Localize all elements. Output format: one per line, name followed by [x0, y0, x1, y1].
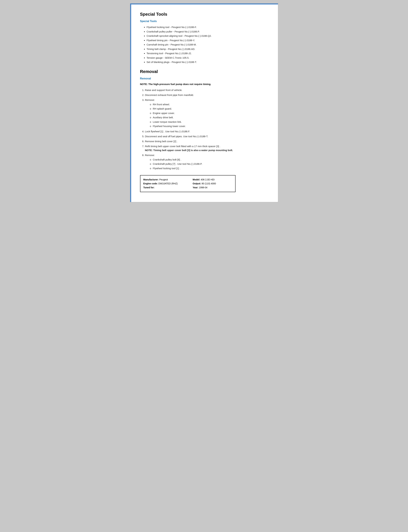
info-box: Manufacturer: Peugeot Engine code: DW10A… [140, 175, 236, 192]
top-border-decoration [130, 3, 278, 4]
sub-items-list: Crankshaft pulley bolt [6] .Crankshaft p… [150, 158, 268, 170]
manufacturer-row: Manufacturer: Peugeot [143, 178, 183, 182]
list-item: Timing belt clamp - Peugeot No.(-).0188.… [147, 47, 268, 51]
manufacturer-label: Manufacturer: [143, 178, 159, 181]
model-label: Model: [193, 178, 200, 181]
removal-section: Removal Removal NOTE: The high-pressure … [140, 69, 268, 170]
info-col-left: Manufacturer: Peugeot Engine code: DW10A… [143, 178, 183, 189]
list-item: Flywheel locking tool [1] . [150, 167, 268, 170]
info-col-right: Model: 406 2,0D HDi Output: 80 (110) 400… [193, 178, 232, 189]
removal-steps-list: Raise and support front of vehicle.Disco… [145, 88, 268, 170]
list-item: Engine upper cover. [150, 111, 268, 115]
list-item: RH splash guard. [150, 107, 268, 111]
info-row-1: Manufacturer: Peugeot Engine code: DW10A… [143, 178, 232, 189]
output-value: 80 (110) 4000 [202, 182, 216, 185]
step-text: Disconnect and seal off fuel pipes. Use … [145, 135, 208, 138]
list-item: Crankshaft pulley [7] . Use tool No.(-).… [150, 162, 268, 166]
year-value: 1998-04 [199, 186, 207, 189]
left-border-decoration [130, 3, 131, 202]
manufacturer-value: Peugeot [159, 178, 168, 181]
list-item: Camshaft timing pin - Peugeot No.(-).018… [147, 43, 268, 47]
engine-code-label: Engine code: [143, 182, 158, 185]
step-text: Remove: [145, 154, 155, 157]
special-tools-subsection-link[interactable]: Special Tools [140, 20, 268, 23]
list-item: Tension gauge - SEEM C.Tronic 105.5. [147, 56, 268, 60]
removal-step: Raise and support front of vehicle. [145, 88, 268, 92]
removal-main-title: Removal [140, 69, 268, 74]
step-text: Remove: [145, 98, 155, 101]
model-value: 406 2,0D HDi [201, 178, 215, 181]
step-text: Lock flywheel [1] . Use tool No.(-).0188… [145, 130, 190, 133]
removal-step: Disconnect exhaust front pipe from manif… [145, 93, 268, 97]
special-tools-main-title: Special Tools [140, 12, 268, 17]
year-row: Year: 1998-04 [193, 186, 232, 190]
page: Special Tools Special Tools Flywheel loc… [130, 3, 278, 202]
list-item: Tensioning tool - Peugeot No.(-).0188-J2… [147, 52, 268, 55]
removal-subsection-link[interactable]: Removal [140, 77, 268, 80]
list-item: Crankshaft sprocket aligning tool - Peug… [147, 34, 268, 38]
output-label: Output: [193, 182, 201, 185]
list-item: Set of blanking plugs - Peugeot No.(-).0… [147, 60, 268, 64]
special-tools-list: Flywheel locking tool - Peugeot No.(-).0… [147, 25, 268, 64]
list-item: Flywheel timing pin - Peugeot No.(-).018… [147, 39, 268, 42]
step-text: Remove timing belt cover [2] . [145, 140, 178, 143]
list-item: Crankshaft pulley bolt [6] . [150, 158, 268, 162]
output-row: Output: 80 (110) 4000 [193, 182, 232, 186]
list-item: RH front wheel. [150, 103, 268, 106]
year-label: Year: [193, 186, 198, 189]
engine-code-value: DW10ATED (RHZ) [158, 182, 178, 185]
removal-step: Remove timing belt cover [2] . [145, 139, 268, 143]
removal-note: NOTE: The high-pressure fuel pump does n… [140, 83, 268, 86]
tuned-for-row: Tuned for: [143, 186, 183, 190]
removal-step: Remove:Crankshaft pulley bolt [6] .Crank… [145, 153, 268, 170]
step-text: Refit timing belt upper cover bolt fitte… [145, 145, 221, 148]
removal-step: Disconnect and seal off fuel pipes. Use … [145, 134, 268, 138]
list-item: Crankshaft pulley puller - Peugeot No.(-… [147, 30, 268, 34]
model-row: Model: 406 2,0D HDi [193, 178, 232, 182]
sub-items-list: RH front wheel.RH splash guard.Engine up… [150, 103, 268, 128]
step-note: NOTE: Timing belt upper cover bolt [3] i… [145, 148, 268, 152]
list-item: Flywheel locking tool - Peugeot No.(-).0… [147, 25, 268, 29]
removal-step: Remove:RH front wheel.RH splash guard.En… [145, 98, 268, 128]
tuned-for-label: Tuned for: [143, 186, 154, 189]
removal-step: Lock flywheel [1] . Use tool No.(-).0188… [145, 130, 268, 133]
step-text: Raise and support front of vehicle. [145, 89, 183, 91]
removal-step: Refit timing belt upper cover bolt fitte… [145, 144, 268, 152]
step-text: Disconnect exhaust front pipe from manif… [145, 94, 194, 96]
engine-code-row: Engine code: DW10ATED (RHZ) [143, 182, 183, 186]
list-item: Auxiliary drive belt. [150, 116, 268, 119]
list-item: Flywheel housing lower cover. [150, 124, 268, 128]
list-item: Lower torque reaction link. [150, 120, 268, 124]
